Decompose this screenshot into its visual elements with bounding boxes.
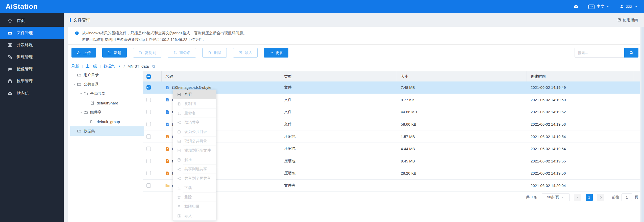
table-row-8[interactable]: mnis文件夹-2021-06-02 14:20:04 [143,180,640,192]
tree-item-2[interactable]: 全局共享 [70,89,144,98]
caret-down-icon[interactable] [72,83,77,86]
menu-download-icon [177,186,181,190]
row-checkbox[interactable] [146,147,151,151]
caret-down-icon[interactable] [79,111,84,114]
tree-item-5[interactable]: default_group [70,117,144,126]
row-checkbox[interactable] [146,171,151,175]
up-level-link[interactable]: 上一级 [86,64,97,69]
tree-item-label: 组共享 [90,110,102,115]
home-icon [8,18,12,23]
tree-item-6[interactable]: 数据集 [70,126,144,136]
user-guide-link[interactable]: 使用指南 [617,18,638,22]
context-menu-item-8[interactable]: 共享到组共享 [173,164,216,174]
delete-button[interactable]: 删除 [202,48,227,58]
menu-set-public-icon [177,130,181,134]
sidebar-item-label: 首页 [17,18,25,23]
context-menu-item-12[interactable]: 权限归属 [173,202,216,211]
table-row-0[interactable]: t10k-images-idx3-ubyte文件7.48 MB2021-06-0… [143,81,640,94]
search-button[interactable] [624,48,638,58]
upload-icon [77,51,81,55]
context-menu-item-11[interactable]: 删除 [173,192,216,202]
breadcrumb-root[interactable]: 数据集 [104,64,115,69]
goto-page-input[interactable] [622,193,632,201]
row-checkbox[interactable] [146,110,151,114]
button-label: 复制到 [145,50,156,55]
chevron-left-icon [576,196,579,199]
context-menu-item-7[interactable]: 解压 [173,155,216,164]
tree-item-0[interactable]: 用户目录 [70,70,144,80]
model-icon [8,79,12,84]
tree-item-label: 用户目录 [84,73,99,77]
row-checkbox[interactable] [146,98,151,102]
menu-item-label: 共享到组共享 [184,167,207,172]
tree-item-label: default_group [97,120,120,124]
table-row-2[interactable]: train文件44.86 MB2021-06-02 14:19:52 [143,106,640,118]
cell-size: - [397,183,527,188]
breadcrumb-separator: | [100,64,101,68]
row-checkbox[interactable] [146,85,151,90]
copy-button[interactable]: 复制到 [133,48,161,58]
row-checkbox[interactable] [146,122,151,126]
search-input[interactable] [575,48,624,58]
sidebar-item-0[interactable]: 首页 [0,15,64,27]
context-menu-item-0[interactable]: 查看 [173,90,216,99]
prev-page-button[interactable] [574,194,581,201]
tree-item-4[interactable]: 组共享 [70,108,144,117]
dev-env-icon [8,43,12,47]
user-menu[interactable]: zzz [620,4,637,9]
row-checkbox[interactable] [146,183,151,188]
next-page-button[interactable] [597,194,604,201]
upload-button[interactable]: 上传 [71,48,96,58]
context-menu-item-2[interactable]: 重命名 [173,108,216,118]
username: zzz [626,4,632,9]
row-checkbox[interactable] [146,134,151,139]
menu-unset-public-icon [177,139,181,143]
context-menu-item-13[interactable]: 导入 [173,211,216,220]
cell-size: 1.57 MB [397,134,527,139]
select-all-checkbox[interactable] [146,74,151,79]
context-menu-item-1[interactable]: 复制到 [173,99,216,108]
search-group [575,48,638,58]
caret-down-icon[interactable] [79,92,84,95]
sidebar-item-2[interactable]: 开发环境 [0,39,64,51]
table-header: 名称类型大小创建时间 [143,71,640,81]
page-scrollbar[interactable] [641,27,644,222]
sidebar-item-6[interactable]: 站内信 [0,87,64,99]
refresh-link[interactable]: 刷新 [71,64,79,69]
copy-path-icon[interactable] [152,64,155,68]
title-accent-bar [70,18,71,22]
context-menu-item-5[interactable]: 取消公共目录 [173,136,216,146]
context-menu-item-6[interactable]: 添加到压缩文件 [173,146,216,155]
new-folder-button[interactable]: 新建 [102,48,127,58]
sidebar-item-3[interactable]: 训练管理 [0,51,64,63]
cell-created: 2021-06-02 14:19:56 [527,171,634,175]
rename-button[interactable]: 重命名 [168,48,196,58]
page-size-select[interactable]: 50条/页 [542,193,569,201]
table-row-1[interactable]: t10k文件9.77 KB2021-06-02 14:19:50 [143,94,640,106]
table-row-6[interactable]: train压缩包9.45 MB2021-06-02 14:19:55 [143,155,640,168]
language-switcher[interactable]: CN 中文 [588,4,610,9]
table-row-7[interactable]: train压缩包28.20 KB2021-06-02 14:19:56 [143,167,640,180]
context-menu-item-3[interactable]: 取消共享 [173,118,216,127]
mail-icon[interactable] [573,4,579,9]
sidebar-item-1[interactable]: 文件管理 [0,27,64,39]
topbar-right: CN 中文 zzz [573,4,637,9]
tree-item-1[interactable]: 公共目录 [70,80,144,89]
context-menu-item-4[interactable]: 设为公共目录 [173,127,216,136]
row-checkbox[interactable] [146,159,151,163]
table-row-4[interactable]: t10k压缩包1.57 MB2021-06-02 14:19:54 [143,130,640,143]
copy-icon [138,51,142,55]
cell-size: 4.44 MB [397,147,527,151]
sidebar-item-4[interactable]: 镜像管理 [0,63,64,75]
sidebar-item-5[interactable]: 模型管理 [0,75,64,87]
table-row-5[interactable]: t10k压缩包4.44 MB2021-06-02 14:19:54 [143,143,640,155]
context-menu-item-9[interactable]: 共享到全局共享 [173,174,216,183]
page-number-button[interactable]: 1 [586,194,593,201]
import-button[interactable]: 导入 [233,48,258,58]
context-menu-item-10[interactable]: 下载 [173,183,216,192]
table-row-3[interactable]: train文件58.60 KB2021-06-02 14:19:53 [143,118,640,131]
tree-item-3[interactable]: defaultShare [70,98,144,108]
sidebar-item-label: 镜像管理 [17,67,33,72]
breadcrumb-slash: / [124,64,125,68]
more-button[interactable]: 更多 [264,48,288,58]
